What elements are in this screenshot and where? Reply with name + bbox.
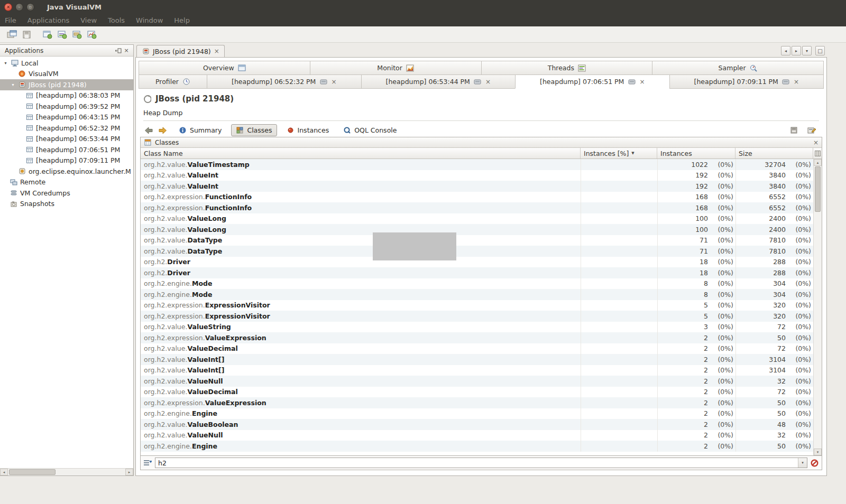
forward-icon[interactable] <box>157 125 169 136</box>
close-tab-icon[interactable]: × <box>794 79 799 85</box>
tree-item-jboss[interactable]: ▾ JBoss (pid 21948) <box>0 79 133 90</box>
table-row[interactable]: org.h2.engine.Mode 8(0%) 304(0%) <box>141 278 813 290</box>
tree-item-heapdump[interactable]: [heapdump] 06:52:32 PM <box>0 123 133 134</box>
tab-heapdump-070651[interactable]: [heapdump] 07:06:51 PM × <box>515 75 670 89</box>
tab-monitor[interactable]: Monitor <box>310 61 482 75</box>
column-selector-button[interactable] <box>813 148 822 158</box>
application-snapshot-icon[interactable] <box>41 28 54 41</box>
table-row[interactable]: org.h2.expression.ValueExpression 2(0%) … <box>141 332 813 343</box>
tree-item-coredumps[interactable]: VM Coredumps <box>0 188 133 199</box>
column-header-instances[interactable]: Instances <box>657 148 735 158</box>
table-row[interactable]: org.h2.expression.FunctionInfo 168(0%) 6… <box>141 202 813 213</box>
close-tab-icon[interactable]: × <box>485 79 491 85</box>
maximize-view-button[interactable]: □ <box>815 46 825 55</box>
back-icon[interactable] <box>142 125 155 136</box>
table-row[interactable]: org.h2.value.DataType 71(0%) 7810(0%) <box>141 246 813 257</box>
menu-item[interactable]: View <box>80 16 97 24</box>
panel-close-icon[interactable]: × <box>813 139 819 146</box>
tree-item-heapdump[interactable]: [heapdump] 07:09:11 PM <box>0 155 133 166</box>
tabs-list-button[interactable]: ▾ <box>802 46 812 55</box>
sidebar-close-icon[interactable]: × <box>122 46 131 55</box>
scroll-left-icon[interactable]: ◂ <box>0 469 8 475</box>
tree-item-snapshots[interactable]: Snapshots <box>0 199 133 210</box>
table-row[interactable]: org.h2.value.ValueString 3(0%) 72(0%) <box>141 322 813 333</box>
table-row[interactable]: org.h2.expression.ExpressionVisitor 5(0%… <box>141 311 813 322</box>
thread-dump-icon[interactable] <box>56 28 69 41</box>
classes-button[interactable]: Classes <box>231 124 277 136</box>
class-filter-input[interactable] <box>155 458 798 468</box>
profiler-snapshot-icon[interactable] <box>86 28 98 41</box>
column-header-size[interactable]: Size <box>735 148 813 158</box>
menu-item[interactable]: Help <box>174 16 190 24</box>
table-row[interactable]: org.h2.Driver 18(0%) 288(0%) <box>141 257 813 268</box>
tree-item-visualvm[interactable]: VisualVM <box>0 69 133 80</box>
scroll-right-icon[interactable]: ▸ <box>125 469 133 475</box>
window-maximize-button[interactable]: ▫ <box>26 3 34 11</box>
table-row[interactable]: org.h2.engine.Mode 8(0%) 304(0%) <box>141 289 813 300</box>
menu-item[interactable]: File <box>5 16 16 24</box>
table-row[interactable]: org.h2.engine.Engine 2(0%) 50(0%) <box>141 408 813 419</box>
menu-item[interactable]: Applications <box>27 16 69 24</box>
tree-item-local[interactable]: ▾ Local <box>0 58 133 69</box>
table-row[interactable]: org.h2.value.ValueNull 2(0%) 32(0%) <box>141 430 813 441</box>
window-minimize-button[interactable]: – <box>15 3 23 11</box>
table-row[interactable]: org.h2.expression.ExpressionVisitor 5(0%… <box>141 300 813 311</box>
close-tab-icon[interactable]: × <box>639 79 645 85</box>
expander-icon[interactable]: ▾ <box>11 82 15 87</box>
table-row[interactable]: org.h2.value.ValueNull 2(0%) 32(0%) <box>141 376 813 387</box>
auto-hide-icon[interactable] <box>114 46 122 55</box>
tree-item-heapdump[interactable]: [heapdump] 06:38:03 PM <box>0 90 133 101</box>
tree-item-heapdump[interactable]: [heapdump] 06:39:52 PM <box>0 101 133 112</box>
table-row[interactable]: org.h2.expression.FunctionInfo 168(0%) 6… <box>141 192 813 203</box>
tab-sampler[interactable]: Sampler <box>652 61 824 75</box>
instances-button[interactable]: Instances <box>282 124 334 136</box>
tree-item-heapdump[interactable]: [heapdump] 07:06:51 PM <box>0 144 133 155</box>
tab-profiler[interactable]: Profiler <box>139 75 207 89</box>
heap-dump-icon[interactable] <box>71 28 84 41</box>
table-row[interactable]: org.h2.value.ValueDecimal 2(0%) 72(0%) <box>141 387 813 398</box>
scrollbar-thumb[interactable] <box>9 469 56 475</box>
export-icon[interactable] <box>788 125 799 136</box>
close-tab-icon[interactable]: × <box>331 79 336 85</box>
summary-button[interactable]: Summary <box>174 124 226 136</box>
scrollbar-thumb[interactable] <box>815 166 821 212</box>
tab-overview[interactable]: Overview <box>139 61 310 75</box>
table-row[interactable]: org.h2.value.ValueLong 100(0%) 2400(0%) <box>141 213 813 225</box>
tree-item-remote[interactable]: Remote <box>0 177 133 188</box>
window-close-button[interactable]: ✕ <box>4 3 12 11</box>
save-view-icon[interactable] <box>806 125 817 136</box>
column-header-instances-rel[interactable]: Instances [%] ▼ <box>581 148 657 158</box>
table-row[interactable]: org.h2.value.ValueInt[] 2(0%) 3104(0%) <box>141 365 813 376</box>
table-row[interactable]: org.h2.value.ValueDecimal 2(0%) 72(0%) <box>141 343 813 354</box>
expander-icon[interactable]: ▾ <box>3 61 8 66</box>
column-header-class-name[interactable]: Class Name <box>141 148 581 158</box>
menu-item[interactable]: Window <box>136 16 163 24</box>
document-tab-jboss[interactable]: JBoss (pid 21948) × <box>136 45 225 57</box>
oql-console-button[interactable]: OQL Console <box>338 124 401 136</box>
table-row[interactable]: org.h2.value.ValueBoolean 2(0%) 48(0%) <box>141 419 813 430</box>
close-tab-icon[interactable]: × <box>214 48 219 54</box>
sidebar-horizontal-scrollbar[interactable]: ◂ ▸ <box>0 468 133 475</box>
load-snapshot-icon[interactable] <box>5 28 18 41</box>
table-row[interactable]: org.h2.value.ValueTimestamp 1022(0%) 327… <box>141 159 813 170</box>
tree-item-equinox[interactable]: org.eclipse.equinox.launcher.M <box>0 166 133 177</box>
table-row[interactable]: org.h2.expression.ValueExpression 2(0%) … <box>141 397 813 408</box>
scroll-down-icon[interactable]: ▾ <box>814 449 822 455</box>
tree-item-heapdump[interactable]: [heapdump] 06:53:44 PM <box>0 134 133 145</box>
table-row[interactable]: org.h2.engine.Engine 2(0%) 50(0%) <box>141 441 813 452</box>
table-vertical-scrollbar[interactable]: ▴ ▾ <box>813 159 822 455</box>
tabs-scroll-right-button[interactable]: ▸ <box>792 46 801 55</box>
table-row[interactable]: org.h2.value.ValueLong 100(0%) 2400(0%) <box>141 224 813 235</box>
tabs-scroll-left-button[interactable]: ◂ <box>781 46 790 55</box>
table-row[interactable]: org.h2.value.DataType 71(0%) 7810(0%) <box>141 235 813 246</box>
menu-item[interactable]: Tools <box>108 16 125 24</box>
table-row[interactable]: org.h2.value.ValueInt 192(0%) 3840(0%) <box>141 181 813 192</box>
table-row[interactable]: org.h2.value.ValueInt[] 2(0%) 3104(0%) <box>141 354 813 365</box>
table-row[interactable]: org.h2.Driver 18(0%) 288(0%) <box>141 267 813 278</box>
tab-heapdump-065344[interactable]: [heapdump] 06:53:44 PM × <box>361 75 516 89</box>
save-snapshot-icon[interactable] <box>20 28 33 41</box>
scroll-up-icon[interactable]: ▴ <box>814 159 822 166</box>
tab-threads[interactable]: Threads <box>481 61 653 75</box>
tab-heapdump-065232[interactable]: [heapdump] 06:52:32 PM × <box>207 75 362 89</box>
tab-heapdump-070911[interactable]: [heapdump] 07:09:11 PM × <box>669 75 824 89</box>
